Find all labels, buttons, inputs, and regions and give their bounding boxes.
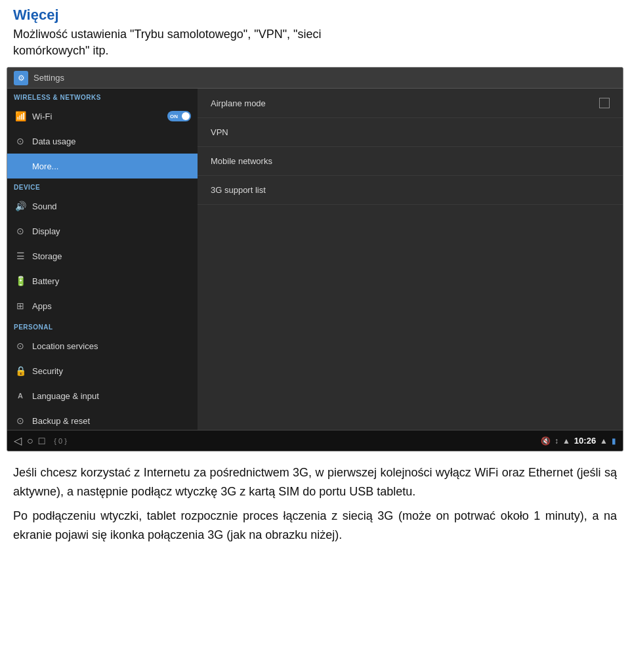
sound-icon: 🔊 xyxy=(14,200,27,213)
wifi-status-icon: ▲ xyxy=(600,436,608,446)
panel-item-vpn[interactable]: VPN xyxy=(198,118,623,147)
display-label: Display xyxy=(32,226,60,236)
nav-icons: ◁ ○ □ { 0 } xyxy=(14,434,67,447)
panel-item-airplane-mode[interactable]: Airplane mode xyxy=(198,89,623,118)
sidebar-item-data-usage[interactable]: ⊙ Data usage xyxy=(7,129,198,154)
location-icon: ⊙ xyxy=(14,339,27,352)
section-header-device: DEVICE xyxy=(7,178,198,194)
status-bar: ◁ ○ □ { 0 } 🔇 ↕ ▲ 10:26 ▲ ▮ xyxy=(7,430,623,451)
vpn-label: VPN xyxy=(211,127,610,137)
sidebar-item-sound[interactable]: 🔊 Sound xyxy=(7,194,198,219)
battery-label: Battery xyxy=(32,276,59,286)
backup-icon: ⊙ xyxy=(14,414,27,427)
sidebar-item-location[interactable]: ⊙ Location services xyxy=(7,333,198,358)
airplane-mode-label: Airplane mode xyxy=(211,98,599,108)
settings-panel: Airplane mode VPN Mobile networks 3G sup… xyxy=(198,89,623,430)
section-header-wireless: WIRELESS & NETWORKS xyxy=(7,89,198,104)
titlebar: ⚙ Settings xyxy=(7,68,623,89)
battery-status-icon: ▮ xyxy=(612,436,616,446)
airplane-mode-checkbox[interactable] xyxy=(599,98,610,108)
battery-icon: 🔋 xyxy=(14,274,27,287)
wifi-toggle[interactable]: ON xyxy=(167,111,191,121)
sidebar-item-storage[interactable]: ☰ Storage xyxy=(7,243,198,268)
sidebar-item-display[interactable]: ⊙ Display xyxy=(7,219,198,243)
sidebar-item-security[interactable]: 🔒 Security xyxy=(7,358,198,383)
right-status-icons: 🔇 ↕ ▲ 10:26 ▲ ▮ xyxy=(541,436,616,446)
recent-apps-icon[interactable]: □ xyxy=(39,435,45,447)
bottom-paragraph-1: Jeśli chcesz korzystać z Internetu za po… xyxy=(13,463,617,501)
sidebar-item-language[interactable]: A Language & input xyxy=(7,383,198,408)
storage-label: Storage xyxy=(32,251,62,261)
top-section: Więcej Możliwość ustawienia "Trybu samol… xyxy=(0,0,630,67)
sidebar-item-backup[interactable]: ⊙ Backup & reset xyxy=(7,408,198,430)
signal-icon: ▲ xyxy=(562,436,570,446)
display-icon: ⊙ xyxy=(14,224,27,238)
mute-icon: 🔇 xyxy=(541,436,551,446)
settings-app-icon: ⚙ xyxy=(14,71,28,85)
security-label: Security xyxy=(32,366,63,376)
3g-support-label: 3G support list xyxy=(211,185,610,195)
sync-icon: ↕ xyxy=(555,436,558,446)
toggle-knob xyxy=(182,112,190,120)
mobile-networks-label: Mobile networks xyxy=(211,156,610,166)
language-icon: A xyxy=(14,389,27,402)
panel-item-3g-support[interactable]: 3G support list xyxy=(198,176,623,205)
apps-icon: ⊞ xyxy=(14,299,27,312)
language-label: Language & input xyxy=(32,391,99,401)
home-icon[interactable]: ○ xyxy=(27,435,33,447)
bracket-display: { 0 } xyxy=(54,437,67,445)
settings-screenshot: ⚙ Settings WIRELESS & NETWORKS 📶 Wi-Fi O… xyxy=(7,67,623,452)
wifi-icon: 📶 xyxy=(14,110,27,123)
sidebar-item-apps[interactable]: ⊞ Apps xyxy=(7,293,198,318)
data-usage-icon: ⊙ xyxy=(14,135,27,148)
section-header-personal: PERSONAL xyxy=(7,318,198,333)
backup-label: Backup & reset xyxy=(32,416,90,426)
bottom-paragraph-2: Po podłączeniu wtyczki, tablet rozpoczni… xyxy=(13,507,617,545)
wifi-label: Wi-Fi xyxy=(32,112,52,121)
apps-label: Apps xyxy=(32,301,52,311)
sidebar-item-more[interactable]: More... xyxy=(7,154,198,178)
top-description: Możliwość ustawienia "Trybu samolotowego… xyxy=(13,26,617,59)
location-label: Location services xyxy=(32,341,98,351)
sidebar-item-battery[interactable]: 🔋 Battery xyxy=(7,268,198,293)
more-label: More... xyxy=(32,161,58,171)
data-usage-label: Data usage xyxy=(32,136,76,146)
panel-item-mobile-networks[interactable]: Mobile networks xyxy=(198,147,623,176)
top-heading: Więcej xyxy=(13,7,617,24)
settings-body: WIRELESS & NETWORKS 📶 Wi-Fi ON ⊙ Data us… xyxy=(7,89,623,430)
more-icon xyxy=(14,159,27,173)
back-icon[interactable]: ◁ xyxy=(14,434,22,447)
clock-display: 10:26 xyxy=(574,436,596,446)
sound-label: Sound xyxy=(32,201,57,211)
settings-sidebar: WIRELESS & NETWORKS 📶 Wi-Fi ON ⊙ Data us… xyxy=(7,89,198,430)
sidebar-item-wifi[interactable]: 📶 Wi-Fi ON xyxy=(7,104,198,129)
settings-title: Settings xyxy=(33,73,64,83)
storage-icon: ☰ xyxy=(14,249,27,262)
security-icon: 🔒 xyxy=(14,364,27,377)
bottom-section: Jeśli chcesz korzystać z Internetu za po… xyxy=(0,452,630,551)
